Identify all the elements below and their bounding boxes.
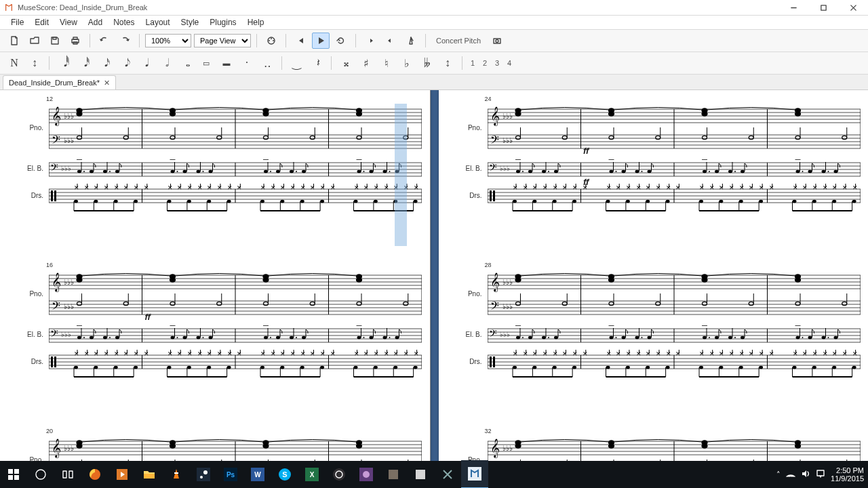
menu-help[interactable]: Help xyxy=(242,16,270,28)
midi-input-button[interactable] xyxy=(262,33,280,49)
score-page-right[interactable]: 24Pno.El. B.Drs.𝄞𝄢♭♭♭♭♭♭𝄢♭♭♭✕✕✕✕✕✕✕✕✕✕✕✕… xyxy=(439,90,869,471)
menu-file[interactable]: File xyxy=(5,16,29,28)
close-button[interactable] xyxy=(838,0,868,15)
duration-8th[interactable]: 𝅘𝅥𝅮 xyxy=(116,55,134,71)
duration-half[interactable]: 𝅗𝅥 xyxy=(157,55,174,71)
score-system[interactable]: 16Pno.El. B.Drs.𝄞𝄢♭♭♭♭♭♭𝄢♭♭♭✕✕✕✕✕✕✕✕✕✕✕✕… xyxy=(49,270,419,321)
tray-chevron-icon[interactable]: ˄ xyxy=(776,470,781,479)
vlc-icon[interactable] xyxy=(163,461,190,488)
obs-icon[interactable] xyxy=(326,461,353,488)
start-button[interactable] xyxy=(0,461,27,488)
tie-button[interactable]: ‿ xyxy=(288,55,305,71)
maximize-button[interactable] xyxy=(808,0,838,15)
excel-icon[interactable]: X xyxy=(298,461,326,488)
svg-text:✕: ✕ xyxy=(513,350,518,357)
menu-notes[interactable]: Notes xyxy=(108,16,140,28)
system-tray[interactable]: ˄ 2:50 PM 11/9/2015 xyxy=(776,466,868,483)
augmentation-dot[interactable]: · xyxy=(238,55,256,71)
rest-button[interactable]: 𝄽 xyxy=(308,55,326,71)
image-capture-button[interactable] xyxy=(488,33,506,49)
play-button[interactable] xyxy=(312,33,330,49)
toolbar-separator xyxy=(90,34,90,47)
tray-notifications-icon[interactable] xyxy=(816,469,825,480)
new-score-button[interactable] xyxy=(5,33,23,49)
voice-3-button[interactable]: 3 xyxy=(492,56,502,70)
window-controls xyxy=(778,0,868,15)
app-icon-1[interactable] xyxy=(353,461,380,488)
musescore-taskbar-icon[interactable] xyxy=(461,460,488,488)
score-page-left[interactable]: 12Pno.El. B.Drs.𝄞𝄢♭♭♭♭♭♭𝄢♭♭♭✕✕✕✕✕✕✕✕✕✕✕✕… xyxy=(0,90,431,471)
word-icon[interactable]: W xyxy=(244,461,271,488)
svg-point-932 xyxy=(842,302,846,305)
menu-plugins[interactable]: Plugins xyxy=(204,16,241,28)
double-sharp-button[interactable]: 𝄪 xyxy=(337,55,355,71)
menu-edit[interactable]: Edit xyxy=(29,16,54,28)
zoom-combo[interactable]: 100% xyxy=(145,34,191,47)
document-tab[interactable]: Dead_Inside_Drum_Break* ✕ xyxy=(3,75,116,89)
duration-longa[interactable]: ▬ xyxy=(218,55,235,71)
loop-button[interactable] xyxy=(332,33,350,49)
duration-quarter[interactable]: 𝅘𝅥 xyxy=(136,55,154,71)
duration-16th[interactable]: 𝅘𝅥𝅯 xyxy=(96,55,113,71)
svg-text:✕: ✕ xyxy=(606,184,611,191)
cortana-icon[interactable] xyxy=(27,461,54,488)
voice-1-button[interactable]: 1 xyxy=(468,56,477,70)
skype-icon[interactable]: S xyxy=(271,461,298,488)
sharp-button[interactable]: ♯ xyxy=(357,55,375,71)
svg-point-1076 xyxy=(719,366,723,369)
loop-out-button[interactable] xyxy=(382,33,399,49)
voice-2-button[interactable]: 2 xyxy=(480,56,490,70)
print-button[interactable] xyxy=(66,33,84,49)
rewind-button[interactable] xyxy=(292,33,309,49)
note-input-mode-button[interactable]: N xyxy=(5,55,23,71)
metronome-button[interactable] xyxy=(402,33,420,49)
app-icon-3[interactable] xyxy=(407,461,434,488)
concert-pitch-button[interactable]: Concert Pitch xyxy=(431,33,486,49)
tray-network-icon[interactable] xyxy=(786,469,795,480)
svg-point-89 xyxy=(203,171,204,172)
open-button[interactable] xyxy=(26,33,43,49)
flat-button[interactable]: ♭ xyxy=(398,55,416,71)
firefox-icon[interactable] xyxy=(81,461,108,488)
file-explorer-icon[interactable] xyxy=(136,461,163,488)
duration-64th[interactable]: 𝅘𝅥𝅱 xyxy=(55,55,73,71)
menu-style[interactable]: Style xyxy=(176,16,205,28)
view-mode-combo[interactable]: Page View xyxy=(194,34,251,47)
save-button[interactable] xyxy=(46,33,64,49)
svg-point-84 xyxy=(177,171,178,172)
tray-volume-icon[interactable] xyxy=(801,469,810,480)
app-icon-2[interactable] xyxy=(380,461,407,488)
menu-layout[interactable]: Layout xyxy=(140,16,176,28)
duration-32nd[interactable]: 𝅘𝅥𝅰 xyxy=(75,55,93,71)
svg-rect-1331 xyxy=(8,475,13,480)
svg-point-111 xyxy=(389,171,391,172)
svg-text:✕: ✕ xyxy=(532,350,538,357)
flip-stem-button[interactable]: ↕︎ xyxy=(439,55,456,71)
loop-in-button[interactable] xyxy=(361,33,379,49)
svg-point-1136 xyxy=(608,444,614,448)
score-system[interactable]: 24Pno.El. B.Drs.𝄞𝄢♭♭♭♭♭♭𝄢♭♭♭✕✕✕✕✕✕✕✕✕✕✕✕… xyxy=(488,104,858,155)
score-system[interactable]: 28Pno.El. B.Drs.𝄞𝄢♭♭♭♭♭♭𝄢♭♭♭✕✕✕✕✕✕✕✕✕✕✕✕… xyxy=(488,270,858,321)
voice-4-button[interactable]: 4 xyxy=(505,56,514,70)
undo-button[interactable] xyxy=(96,33,113,49)
duration-breve[interactable]: ▭ xyxy=(197,55,215,71)
natural-button[interactable]: ♮ xyxy=(378,55,395,71)
tray-clock[interactable]: 2:50 PM 11/9/2015 xyxy=(831,466,864,483)
score-system[interactable]: 12Pno.El. B.Drs.𝄞𝄢♭♭♭♭♭♭𝄢♭♭♭✕✕✕✕✕✕✕✕✕✕✕✕… xyxy=(49,104,419,155)
media-player-icon[interactable] xyxy=(108,461,136,488)
app-icon-4[interactable] xyxy=(434,461,461,488)
score-view[interactable]: 12Pno.El. B.Drs.𝄞𝄢♭♭♭♭♭♭𝄢♭♭♭✕✕✕✕✕✕✕✕✕✕✕✕… xyxy=(0,90,868,471)
taskview-icon[interactable] xyxy=(54,461,81,488)
duration-whole[interactable]: 𝅝 xyxy=(177,55,195,71)
double-dot[interactable]: ‥ xyxy=(258,55,276,71)
menu-add[interactable]: Add xyxy=(83,16,108,28)
repitch-button[interactable]: ↕ xyxy=(26,55,43,71)
photoshop-icon[interactable]: Ps xyxy=(217,461,244,488)
redo-button[interactable] xyxy=(116,33,134,49)
menu-view[interactable]: View xyxy=(54,16,83,28)
steam-icon[interactable] xyxy=(190,461,217,488)
double-flat-button[interactable]: 𝄫 xyxy=(418,55,436,71)
svg-text:✕: ✕ xyxy=(363,350,369,357)
close-tab-icon[interactable]: ✕ xyxy=(104,79,110,87)
minimize-button[interactable] xyxy=(778,0,808,15)
